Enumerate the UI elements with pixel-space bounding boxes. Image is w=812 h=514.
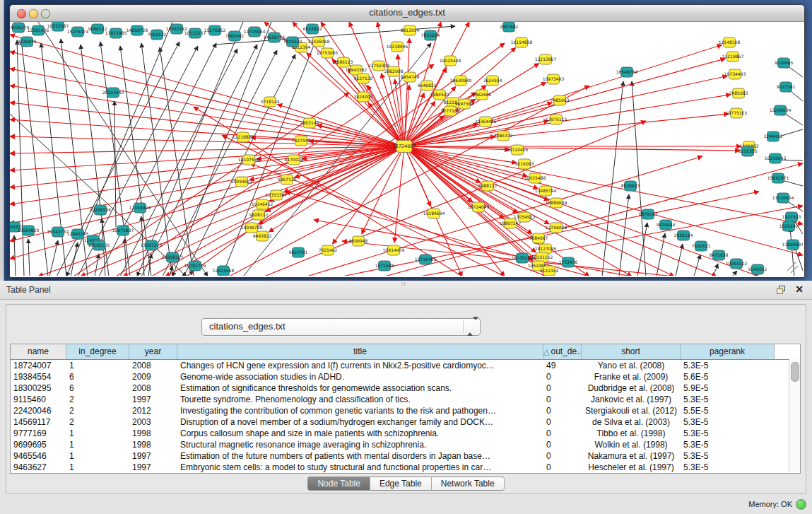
table-cell-in_degree[interactable]: 6: [66, 371, 129, 382]
graph-node-10975887[interactable]: 10975887: [112, 226, 134, 235]
table-row[interactable]: 946554611997Estimation of the future num…: [11, 450, 800, 462]
table-cell-name[interactable]: 22420046: [11, 405, 66, 416]
graph-node-8813054[interactable]: 8813054: [401, 25, 420, 35]
graph-node-12753085[interactable]: 12753085: [317, 48, 339, 58]
table-cell-in_degree[interactable]: 6: [66, 382, 129, 394]
graph-node-10025488[interactable]: 10025488: [524, 173, 546, 183]
graph-node-16154838[interactable]: 16154838: [511, 37, 533, 47]
table-row[interactable]: 946362711997Embryonic stem cells: a mode…: [11, 462, 800, 473]
graph-node-18775165[interactable]: 18775165: [726, 108, 748, 118]
graph-node-12218823[interactable]: 12218823: [233, 132, 254, 142]
graph-node-20364486[interactable]: 20364486: [475, 117, 497, 127]
float-panel-icon[interactable]: [777, 286, 785, 293]
selected-edge[interactable]: [10, 146, 404, 223]
selected-edge[interactable]: [404, 146, 549, 200]
graph-node-9129965[interactable]: 9129965: [775, 58, 794, 68]
selected-edge[interactable]: [314, 220, 632, 276]
table-cell-short[interactable]: Dudbridge et al. (2008): [582, 382, 681, 394]
edge[interactable]: [14, 235, 16, 276]
graph-node-11715984[interactable]: 11715984: [244, 27, 266, 37]
graph-node-17880934[interactable]: 17880934: [782, 240, 803, 250]
close-panel-icon[interactable]: ✕: [795, 283, 804, 296]
graph-node-2122344[interactable]: 2122344: [540, 266, 559, 276]
graph-node-1244413[interactable]: 1244413: [764, 132, 783, 141]
table-cell-in_degree[interactable]: 1: [66, 439, 129, 450]
graph-node-12975115[interactable]: 12975115: [546, 115, 567, 124]
graph-node-7462666[interactable]: 7462666: [473, 90, 492, 100]
graph-node-16724047[interactable]: 16724047: [468, 202, 490, 212]
table-cell-in_degree[interactable]: 1: [66, 450, 129, 462]
table-cell-out_de[interactable]: 0: [543, 462, 582, 473]
table-row[interactable]: 1872400712008Changes of HCN gene express…: [11, 360, 800, 371]
table-cell-in_degree[interactable]: 1: [66, 360, 129, 371]
table-cell-pagerank[interactable]: 5.3E-5: [681, 462, 775, 473]
graph-node-10054102[interactable]: 10054102: [726, 259, 748, 269]
graph-node-7625402[interactable]: 7625402: [319, 245, 338, 255]
graph-node-8215355[interactable]: 8215355: [739, 146, 758, 156]
graph-node-15276062[interactable]: 15276062: [204, 25, 226, 35]
table-cell-out_de[interactable]: 0: [543, 439, 582, 450]
graph-node-3624554[interactable]: 3624554: [483, 76, 502, 86]
graph-node-20553940[interactable]: 20553940: [102, 88, 124, 98]
table-cell-in_degree[interactable]: 2: [66, 405, 129, 416]
table-cell-out_de[interactable]: 0: [543, 405, 582, 416]
table-cell-out_de[interactable]: 0: [543, 382, 582, 394]
graph-node-9686112[interactable]: 9686112: [88, 24, 107, 34]
graph-node-9245012[interactable]: 9245012: [748, 264, 767, 274]
graph-node-2718124[interactable]: 2718124: [261, 97, 280, 107]
table-cell-in_degree[interactable]: 2: [66, 416, 129, 428]
graph-node-7386372[interactable]: 7386372: [494, 131, 513, 141]
table-cell-title[interactable]: Disruption of a novel member of a sodium…: [177, 416, 543, 428]
graph-node-13485794[interactable]: 13485794: [535, 186, 557, 196]
selected-edge[interactable]: [10, 86, 404, 146]
table-cell-short[interactable]: Yano et al. (2008): [582, 360, 681, 371]
table-cell-title[interactable]: Estimation of significance thresholds fo…: [177, 382, 543, 394]
graph-node-10054923[interactable]: 10054923: [231, 177, 253, 187]
graph-node-7384520[interactable]: 7384520: [430, 90, 449, 100]
graph-node-9857791[interactable]: 9857791: [289, 247, 308, 257]
table-cell-name[interactable]: 9115460: [11, 394, 66, 405]
table-row[interactable]: 2242004622012Investigating the contribut…: [11, 405, 800, 416]
table-cell-year[interactable]: 2008: [129, 382, 177, 394]
graph-node-2887682[interactable]: 2887682: [500, 22, 519, 32]
graph-node-19025448[interactable]: 19025448: [440, 56, 461, 66]
table-cell-pagerank[interactable]: 5.3E-5: [681, 360, 775, 371]
memory-ok-led-icon[interactable]: [796, 499, 806, 510]
edge[interactable]: [713, 264, 718, 276]
selected-edge[interactable]: [349, 22, 404, 146]
graph-node-9493822[interactable]: 9493822: [253, 231, 272, 241]
graph-node-9646821[interactable]: 9646821: [418, 81, 437, 90]
graph-node-12219867[interactable]: 12219867: [722, 52, 744, 62]
table-cell-short[interactable]: Franke et al. (2009): [582, 371, 681, 382]
table-cell-name[interactable]: 18300295: [11, 382, 66, 394]
edge[interactable]: [95, 254, 99, 276]
network-graph[interactable]: 1872400722426058891239412753085858612310…: [10, 22, 803, 276]
table-cell-title[interactable]: Tourette syndrome. Phenomenology and cla…: [177, 394, 543, 405]
column-header-name[interactable]: name: [11, 344, 66, 359]
table-cell-title[interactable]: Investigating the contribution of common…: [177, 405, 543, 416]
table-cell-pagerank[interactable]: 5.3E-5: [681, 394, 775, 405]
graph-node-17016504[interactable]: 17016504: [772, 193, 794, 203]
table-cell-title[interactable]: Changes of HCN gene expression and I(f) …: [177, 360, 543, 371]
graph-node-16210643[interactable]: 16210643: [765, 153, 787, 163]
graph-node-15184594[interactable]: 15184594: [423, 209, 445, 218]
table-cell-in_degree[interactable]: 1: [66, 462, 129, 473]
graph-node-18807247[interactable]: 18807247: [500, 218, 522, 228]
graph-node-9474444[interactable]: 9474444: [657, 220, 676, 230]
graph-node-14035374[interactable]: 14035374: [10, 23, 29, 33]
selected-edge[interactable]: [10, 146, 404, 204]
table-cell-pagerank[interactable]: 5.3E-5: [681, 428, 775, 439]
graph-node-19146452[interactable]: 19146452: [252, 199, 273, 209]
network-view-window[interactable]: citations_edges.txt 18724007224260588912…: [9, 4, 805, 278]
column-header-in_degree[interactable]: in_degree: [66, 344, 129, 359]
graph-node-13505135[interactable]: 13505135: [88, 240, 110, 250]
graph-node-10553257[interactable]: 10553257: [184, 28, 206, 38]
graph-node-15130284[interactable]: 15130284: [512, 253, 534, 263]
edge[interactable]: [791, 266, 798, 273]
graph-node-7960461[interactable]: 7960461: [225, 31, 245, 41]
column-header-title[interactable]: title: [177, 344, 543, 359]
selected-edge[interactable]: [259, 146, 404, 224]
table-cell-out_de[interactable]: 0: [543, 371, 582, 382]
table-cell-year[interactable]: 1997: [129, 462, 177, 473]
table-cell-pagerank[interactable]: 5.3E-5: [681, 450, 775, 462]
